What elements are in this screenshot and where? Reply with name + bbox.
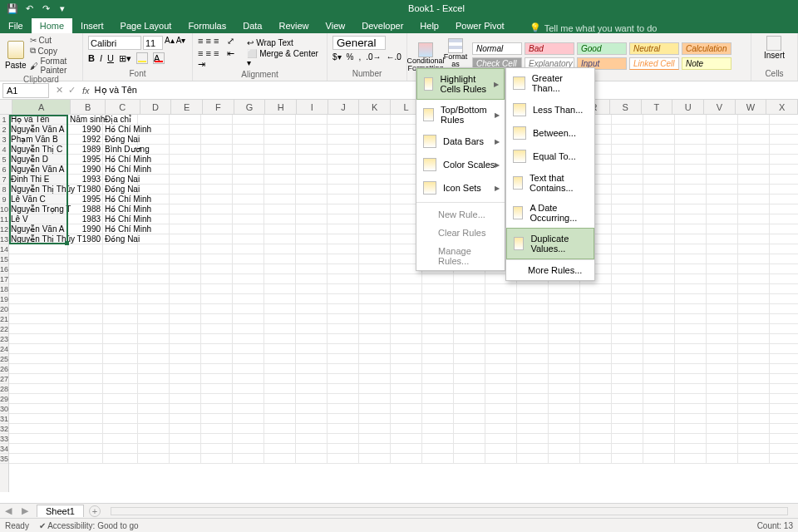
cell[interactable]: [643, 394, 675, 403]
cell[interactable]: [643, 254, 675, 264]
cell[interactable]: [517, 344, 549, 353]
tab-page-layout[interactable]: Page Layout: [112, 18, 180, 33]
cell[interactable]: [359, 175, 391, 184]
column-header[interactable]: E: [171, 100, 203, 114]
cell[interactable]: [675, 414, 707, 423]
cell[interactable]: [103, 354, 138, 363]
row-header[interactable]: 15: [0, 254, 8, 264]
cell[interactable]: [68, 404, 103, 413]
column-header[interactable]: X: [766, 100, 798, 114]
cell[interactable]: [675, 234, 707, 244]
cell[interactable]: [328, 374, 359, 383]
cell[interactable]: [264, 155, 296, 164]
cell[interactable]: [138, 234, 170, 244]
column-header[interactable]: S: [610, 100, 642, 114]
cell[interactable]: [549, 294, 580, 303]
cell[interactable]: [770, 274, 798, 283]
cell[interactable]: [296, 204, 328, 214]
cell[interactable]: [264, 254, 296, 264]
cell[interactable]: [233, 434, 264, 443]
cell[interactable]: [233, 354, 264, 363]
cell[interactable]: [328, 454, 359, 463]
cell[interactable]: [170, 234, 201, 244]
cell[interactable]: [68, 264, 103, 273]
cell[interactable]: [612, 204, 643, 214]
cell[interactable]: [233, 424, 264, 433]
row-header[interactable]: 26: [0, 364, 8, 374]
cell[interactable]: [738, 135, 770, 144]
cell[interactable]: [422, 424, 454, 433]
cell[interactable]: [549, 414, 580, 423]
cell[interactable]: [517, 354, 549, 363]
cell[interactable]: [707, 234, 738, 244]
cell[interactable]: [612, 125, 643, 134]
cell[interactable]: [517, 424, 549, 433]
cell[interactable]: [391, 424, 422, 433]
cell[interactable]: [138, 414, 170, 423]
undo-icon[interactable]: ↶: [23, 2, 35, 14]
cell[interactable]: [328, 145, 359, 154]
cell[interactable]: [643, 334, 675, 343]
cell[interactable]: [738, 115, 770, 124]
cell[interactable]: [454, 344, 485, 353]
cell[interactable]: [296, 254, 328, 264]
cell[interactable]: [359, 145, 391, 154]
cell[interactable]: [391, 334, 422, 343]
cell[interactable]: Nguyễn Văn A: [9, 165, 68, 174]
cell[interactable]: [454, 394, 485, 403]
cell[interactable]: [422, 354, 454, 363]
cell[interactable]: [707, 175, 738, 184]
cell[interactable]: [103, 334, 138, 343]
cell[interactable]: [264, 374, 296, 383]
sheet-nav-prev[interactable]: ◀: [0, 505, 17, 516]
cell[interactable]: [707, 344, 738, 353]
cell[interactable]: [233, 264, 264, 273]
cell[interactable]: [296, 414, 328, 423]
cell[interactable]: [549, 384, 580, 393]
sheet-tab[interactable]: Sheet1: [37, 505, 84, 517]
cf-menu-item[interactable]: Icon Sets▶: [416, 176, 505, 200]
cell[interactable]: [707, 334, 738, 343]
cell[interactable]: [68, 344, 103, 353]
cell[interactable]: [103, 304, 138, 313]
name-box[interactable]: [2, 83, 49, 98]
cell[interactable]: [296, 434, 328, 443]
cell[interactable]: [612, 374, 643, 383]
column-header[interactable]: G: [234, 100, 266, 114]
cell[interactable]: [264, 175, 296, 184]
cell[interactable]: [707, 304, 738, 313]
column-header[interactable]: W: [736, 100, 767, 114]
cell[interactable]: [707, 204, 738, 214]
cell[interactable]: [738, 234, 770, 244]
cell[interactable]: [738, 175, 770, 184]
cell[interactable]: [675, 125, 707, 134]
cell[interactable]: [68, 304, 103, 313]
cell[interactable]: [170, 354, 201, 363]
cell[interactable]: [675, 424, 707, 433]
cell[interactable]: [391, 364, 422, 373]
cell[interactable]: [138, 204, 170, 214]
row-header[interactable]: 12: [0, 224, 8, 234]
cell[interactable]: [485, 414, 517, 423]
redo-icon[interactable]: ↷: [40, 2, 52, 14]
cell[interactable]: [549, 394, 580, 403]
cell[interactable]: [738, 264, 770, 273]
cell[interactable]: [675, 204, 707, 214]
cell[interactable]: [549, 304, 580, 313]
cell[interactable]: [675, 264, 707, 273]
cell[interactable]: [422, 274, 454, 283]
row-header[interactable]: 13: [0, 234, 8, 244]
cell[interactable]: [422, 384, 454, 393]
cell[interactable]: [264, 384, 296, 393]
cell[interactable]: [770, 204, 798, 214]
cell[interactable]: [264, 344, 296, 353]
cell[interactable]: [549, 454, 580, 463]
cell[interactable]: [68, 294, 103, 303]
cell[interactable]: [9, 404, 68, 413]
cell[interactable]: [485, 364, 517, 373]
cell[interactable]: [264, 394, 296, 403]
cell[interactable]: [138, 214, 170, 224]
cell[interactable]: [707, 424, 738, 433]
row-header[interactable]: 6: [0, 165, 8, 175]
cell[interactable]: [170, 444, 201, 453]
